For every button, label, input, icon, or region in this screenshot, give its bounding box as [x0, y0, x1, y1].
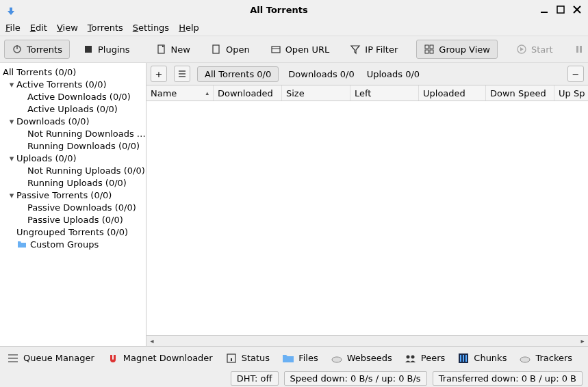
chunks-icon — [457, 352, 470, 364]
ip-filter-button[interactable]: IP Filter — [342, 40, 405, 59]
menu-settings[interactable]: Settings — [133, 23, 169, 33]
tree-running-uploads[interactable]: Running Uploads (0/0) — [0, 176, 146, 189]
tree-active-uploads[interactable]: Active Uploads (0/0) — [0, 103, 146, 115]
folder-icon — [16, 239, 27, 249]
webseeds-tab[interactable]: Webseeds — [331, 352, 392, 364]
main-area: All Torrents (0/0) ▾Active Torrents (0/0… — [0, 63, 588, 346]
open-url-button[interactable]: Open URL — [263, 40, 337, 59]
chevron-down-icon[interactable]: ▾ — [7, 116, 16, 126]
tree-active-torrents[interactable]: ▾Active Torrents (0/0) — [0, 78, 146, 90]
svg-rect-1 — [557, 6, 564, 13]
menu-torrents[interactable]: Torrents — [88, 23, 123, 33]
tab-downloads[interactable]: Downloads 0/0 — [285, 67, 357, 81]
plugin-icon — [83, 44, 94, 55]
group-icon — [424, 44, 435, 55]
horizontal-scrollbar[interactable]: ◂ ▸ — [146, 335, 588, 346]
speed-status: Speed down: 0 B/s / up: 0 B/s — [284, 371, 427, 386]
svg-point-28 — [406, 355, 409, 358]
svg-rect-16 — [576, 46, 578, 53]
chunks-tab[interactable]: Chunks — [457, 352, 507, 364]
new-button[interactable]: New — [149, 40, 198, 59]
tree-downloads[interactable]: ▾Downloads (0/0) — [0, 115, 146, 127]
play-icon — [516, 44, 527, 55]
tree-not-running-downloads[interactable]: Not Running Downloads … — [0, 127, 146, 139]
menu-edit[interactable]: Edit — [30, 23, 47, 33]
start-button[interactable]: Start — [509, 40, 561, 59]
peers-tab[interactable]: Peers — [405, 352, 446, 364]
open-icon — [211, 44, 222, 55]
chevron-down-icon[interactable]: ▾ — [7, 79, 16, 90]
torrents-label: Torrents — [27, 44, 62, 55]
transfer-status: Transferred down: 0 B / up: 0 B — [433, 371, 583, 386]
tree-active-downloads[interactable]: Active Downloads (0/0) — [0, 90, 146, 103]
maximize-button[interactable] — [557, 5, 567, 14]
svg-rect-12 — [430, 45, 433, 49]
svg-rect-13 — [425, 50, 429, 53]
tree-passive-uploads[interactable]: Passive Uploads (0/0) — [0, 213, 146, 226]
close-tab-button[interactable]: − — [567, 66, 584, 82]
url-icon — [270, 44, 281, 55]
files-tab[interactable]: Files — [282, 352, 318, 364]
column-left[interactable]: Left — [350, 85, 419, 101]
tree-not-running-uploads[interactable]: Not Running Uploads (0/0) — [0, 164, 146, 176]
tree-ungrouped[interactable]: Ungrouped Torrents (0/0) — [0, 226, 146, 238]
menu-view[interactable]: View — [57, 23, 78, 33]
trackers-tab[interactable]: Trackers — [519, 352, 572, 364]
new-label: New — [171, 44, 190, 55]
queue-icon — [7, 352, 19, 364]
start-label: Start — [531, 44, 553, 55]
close-button[interactable] — [573, 5, 584, 14]
column-name[interactable]: Name — [146, 85, 214, 101]
table-body[interactable] — [146, 101, 588, 335]
open-button[interactable]: Open — [203, 40, 257, 59]
plugins-button[interactable]: Plugins — [75, 40, 138, 59]
magnet-icon — [107, 352, 119, 364]
list-button[interactable] — [174, 66, 190, 82]
chevron-down-icon[interactable]: ▾ — [7, 190, 16, 200]
svg-rect-11 — [425, 45, 429, 49]
minimize-button[interactable] — [540, 5, 551, 14]
tree-passive-torrents[interactable]: ▾Passive Torrents (0/0) — [0, 189, 146, 201]
menu-help[interactable]: Help — [179, 23, 199, 33]
queue-manager-tab[interactable]: Queue Manager — [7, 352, 94, 364]
torrents-button[interactable]: Torrents — [4, 40, 70, 59]
group-view-label: Group View — [439, 44, 490, 55]
sidebar-tree[interactable]: All Torrents (0/0) ▾Active Torrents (0/0… — [0, 63, 146, 346]
column-downloaded[interactable]: Downloaded — [214, 85, 282, 101]
tree-custom-groups[interactable]: Custom Groups — [0, 238, 146, 250]
tree-uploads[interactable]: ▾Uploads (0/0) — [0, 152, 146, 164]
titlebar: All Torrents — [0, 0, 588, 19]
app-icon — [4, 3, 18, 16]
tab-all-torrents[interactable]: All Torrents 0/0 — [197, 66, 279, 82]
tree-all-torrents[interactable]: All Torrents (0/0) — [0, 66, 146, 78]
tree-running-downloads[interactable]: Running Downloads (0/0) — [0, 139, 146, 152]
column-up-speed[interactable]: Up Sp — [554, 85, 588, 101]
scroll-left-icon[interactable]: ◂ — [146, 337, 157, 345]
svg-rect-9 — [272, 46, 280, 53]
pause-button[interactable]: Pause — [566, 40, 588, 59]
svg-point-27 — [332, 357, 342, 362]
content-pane: + All Torrents 0/0 Downloads 0/0 Uploads… — [146, 63, 588, 346]
column-down-speed[interactable]: Down Speed — [486, 85, 554, 101]
bottom-tabs: Queue Manager Magnet Downloader Status F… — [0, 346, 588, 369]
svg-rect-6 — [85, 46, 92, 53]
menubar: File Edit View Torrents Settings Help — [0, 19, 588, 36]
status-tab[interactable]: Status — [225, 352, 270, 364]
column-size[interactable]: Size — [282, 85, 350, 101]
window-title: All Torrents — [18, 5, 540, 15]
tracker-icon — [519, 352, 531, 364]
magnet-downloader-tab[interactable]: Magnet Downloader — [107, 352, 213, 364]
tab-uploads[interactable]: Uploads 0/0 — [364, 67, 422, 81]
scroll-right-icon[interactable]: ▸ — [577, 337, 588, 345]
chevron-down-icon[interactable]: ▾ — [7, 153, 16, 163]
menu-file[interactable]: File — [5, 23, 21, 33]
open-url-label: Open URL — [285, 44, 330, 55]
folder-icon — [282, 352, 294, 364]
add-tab-button[interactable]: + — [151, 66, 167, 82]
svg-point-34 — [520, 357, 530, 362]
svg-rect-33 — [465, 355, 467, 362]
tree-passive-downloads[interactable]: Passive Downloads (0/0) — [0, 201, 146, 213]
column-uploaded[interactable]: Uploaded — [419, 85, 486, 101]
group-view-button[interactable]: Group View — [416, 40, 498, 59]
plugins-label: Plugins — [98, 44, 130, 55]
